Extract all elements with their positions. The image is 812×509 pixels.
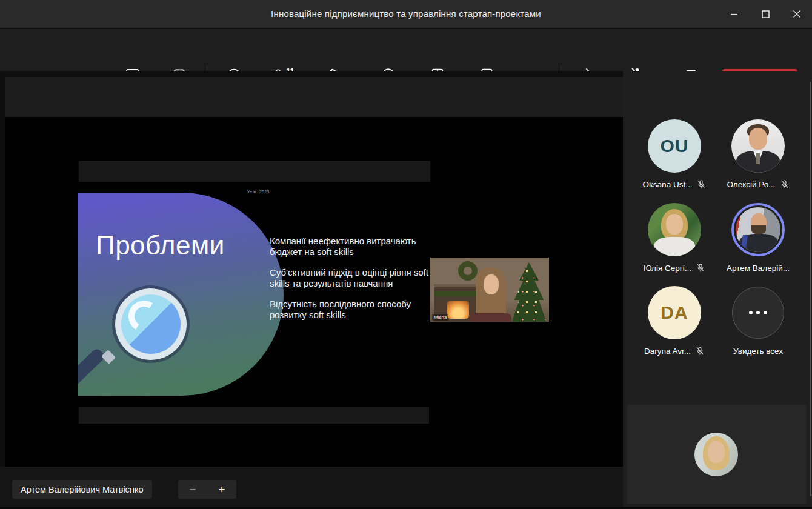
participant-name: Артем Валерій... bbox=[727, 264, 790, 273]
sidebar-scrollbar[interactable] bbox=[810, 82, 811, 496]
shared-slide-area: Year: 2023 Проблеми Компанії неефективно… bbox=[5, 117, 623, 467]
magnifier-ferrule bbox=[101, 350, 116, 364]
close-icon bbox=[792, 9, 802, 19]
avatar-photo bbox=[648, 203, 701, 256]
meeting-toolbar: 43:21 Управлять Контент Чат 11 bbox=[0, 29, 812, 71]
participant-name: Daryna Avr... bbox=[644, 347, 691, 356]
avatar-photo bbox=[736, 207, 780, 252]
shared-screen-top-band bbox=[5, 77, 623, 117]
magnifier-icon bbox=[115, 288, 187, 360]
avatar-initials: DA bbox=[648, 286, 701, 339]
see-everyone-tile[interactable]: Увидеть всех bbox=[716, 286, 800, 356]
participant-name: Юлія Сергі... bbox=[644, 264, 691, 273]
mic-off-icon bbox=[695, 346, 705, 356]
shared-screen[interactable]: Year: 2023 Проблеми Компанії неефективно… bbox=[5, 71, 623, 467]
maximize-button[interactable] bbox=[755, 4, 776, 24]
self-video-tile[interactable] bbox=[627, 405, 807, 504]
participant-tile-yuliia[interactable]: Юлія Сергі... bbox=[632, 203, 717, 273]
close-button[interactable] bbox=[787, 4, 807, 24]
minimize-icon bbox=[730, 10, 739, 19]
zoom-in-button[interactable]: + bbox=[218, 483, 225, 496]
mic-off-icon bbox=[780, 179, 790, 189]
mic-off-icon bbox=[696, 263, 705, 273]
zoom-out-button[interactable]: − bbox=[189, 483, 196, 496]
participants-sidebar: OU Oksana Ust... Олексій Ро... bbox=[623, 71, 812, 507]
wreath-decoration bbox=[458, 261, 478, 281]
participant-name: Oksana Ust... bbox=[643, 180, 693, 189]
zoom-controls: − + bbox=[178, 480, 236, 499]
slide-bullet: Суб'єктивний підхід в оцінці рівня soft … bbox=[270, 267, 437, 288]
avatar-photo bbox=[731, 119, 785, 173]
participant-tile-oleksii[interactable]: Олексій Ро... bbox=[716, 119, 800, 190]
see-everyone-label: Увидеть всех bbox=[733, 347, 783, 356]
mic-off-icon bbox=[696, 179, 706, 189]
presenter-name-label: Артем Валерійович Матвієнко bbox=[12, 480, 152, 499]
slide-gradient-shape: Проблеми bbox=[78, 193, 284, 396]
see-everyone-ellipsis-icon bbox=[732, 287, 784, 339]
avatar-initials: OU bbox=[648, 119, 701, 173]
magnifier-handle bbox=[78, 347, 106, 396]
self-avatar bbox=[694, 433, 738, 476]
slide-bottom-strip bbox=[79, 407, 429, 424]
slide-bullet: Компанії неефективно витрачають бюджет н… bbox=[270, 236, 437, 257]
slide-top-strip bbox=[79, 161, 430, 182]
speaking-indicator-ring bbox=[731, 203, 785, 256]
minimize-button[interactable] bbox=[724, 4, 744, 24]
christmas-tree bbox=[511, 262, 547, 323]
participant-tile-daryna[interactable]: DA Daryna Avr... bbox=[632, 286, 717, 356]
participant-name: Олексій Ро... bbox=[727, 180, 775, 189]
slide-bullet: Відсутність послідовного способу розвитк… bbox=[270, 299, 437, 320]
slide-bullet-list: Компанії неефективно витрачають бюджет н… bbox=[270, 236, 437, 330]
video-speaker-name: Misha bbox=[432, 314, 448, 321]
window-controls bbox=[724, 4, 807, 24]
participant-tile-oksana[interactable]: OU Oksana Ust... bbox=[632, 119, 717, 190]
participant-tile-artem[interactable]: Артем Валерій... bbox=[716, 203, 800, 273]
titlebar: Інноваційне підприємництво та управління… bbox=[0, 0, 812, 28]
slide-title: Проблеми bbox=[96, 230, 225, 261]
slide-year-label: Year: 2023 bbox=[247, 190, 270, 194]
maximize-icon bbox=[761, 10, 770, 19]
teams-meeting-window: Інноваційне підприємництво та управління… bbox=[0, 0, 812, 509]
presenter-video-thumbnail: Misha bbox=[430, 258, 549, 325]
stage-bottom-bar: Артем Валерійович Матвієнко − + bbox=[0, 467, 623, 507]
meeting-title: Інноваційне підприємництво та управління… bbox=[0, 8, 812, 19]
meeting-stage-area: Year: 2023 Проблеми Компанії неефективно… bbox=[0, 71, 812, 509]
